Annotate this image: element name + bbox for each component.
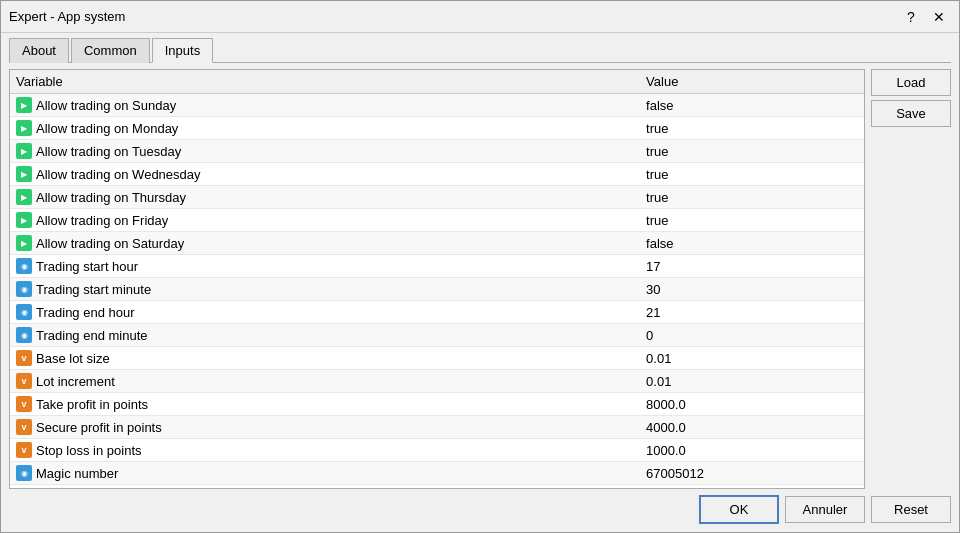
value-cell: true — [640, 117, 864, 140]
bool-icon — [16, 120, 32, 136]
variable-cell: Base lot size — [10, 347, 640, 370]
variable-cell: Allow trading on Wednesday — [10, 163, 640, 186]
variables-table-container: Variable Value Allow trading on Sundayfa… — [9, 69, 865, 489]
table-row[interactable]: Lot increment0.01 — [10, 370, 864, 393]
save-button[interactable]: Save — [871, 100, 951, 127]
value-cell: 67005012 — [640, 462, 864, 485]
float-icon — [16, 350, 32, 366]
tab-common[interactable]: Common — [71, 38, 150, 63]
variable-cell: Allow trading on Tuesday — [10, 140, 640, 163]
value-cell: 1000.0 — [640, 439, 864, 462]
variable-name: Allow trading on Tuesday — [36, 144, 181, 159]
variable-name: Allow trading on Wednesday — [36, 167, 201, 182]
table-row[interactable]: Take profit in points8000.0 — [10, 393, 864, 416]
float-icon — [16, 373, 32, 389]
table-row[interactable]: Allow trading on Fridaytrue — [10, 209, 864, 232]
col-variable-header: Variable — [10, 70, 640, 94]
int-icon — [16, 465, 32, 481]
variable-name: Lot increment — [36, 374, 115, 389]
variable-cell: Trading end hour — [10, 301, 640, 324]
table-row[interactable]: Secure profit in points4000.0 — [10, 416, 864, 439]
int-icon — [16, 281, 32, 297]
variable-cell: Magic number — [10, 462, 640, 485]
variable-cell: Allow trading on Monday — [10, 117, 640, 140]
table-row[interactable]: Stop loss in points1000.0 — [10, 439, 864, 462]
float-icon — [16, 396, 32, 412]
value-cell: 0.01 — [640, 370, 864, 393]
table-header-row: Variable Value — [10, 70, 864, 94]
value-cell: 4000.0 — [640, 416, 864, 439]
bool-icon — [16, 189, 32, 205]
float-icon — [16, 442, 32, 458]
variable-name: Allow trading on Friday — [36, 213, 168, 228]
bool-icon — [16, 235, 32, 251]
int-icon — [16, 327, 32, 343]
table-row[interactable]: Allow trading on Tuesdaytrue — [10, 140, 864, 163]
title-bar: Expert - App system ? ✕ — [1, 1, 959, 33]
variable-cell: Trading start hour — [10, 255, 640, 278]
table-row[interactable]: Base lot size0.01 — [10, 347, 864, 370]
cancel-button[interactable]: Annuler — [785, 496, 865, 523]
int-icon — [16, 258, 32, 274]
value-cell: 0.01 — [640, 347, 864, 370]
variable-cell: Secure profit in points — [10, 416, 640, 439]
int-icon — [16, 304, 32, 320]
variable-cell: Allow trading on Thursday — [10, 186, 640, 209]
variable-name: Allow trading on Sunday — [36, 98, 176, 113]
variable-name: Take profit in points — [36, 397, 148, 412]
variable-name: Trading start hour — [36, 259, 138, 274]
tab-inputs[interactable]: Inputs — [152, 38, 213, 63]
close-button[interactable]: ✕ — [927, 5, 951, 29]
window-body: About Common Inputs Variable Value — [1, 33, 959, 532]
value-cell: false — [640, 232, 864, 255]
variable-name: Stop loss in points — [36, 443, 142, 458]
table-row[interactable]: Allow trading on Mondaytrue — [10, 117, 864, 140]
value-cell: 8000.0 — [640, 393, 864, 416]
table-row[interactable]: Allow trading on Saturdayfalse — [10, 232, 864, 255]
variable-name: Trading end minute — [36, 328, 148, 343]
variable-name: Allow trading on Saturday — [36, 236, 184, 251]
variable-cell: Take profit in points — [10, 393, 640, 416]
table-row[interactable]: Trading end hour21 — [10, 301, 864, 324]
variables-table: Variable Value Allow trading on Sundayfa… — [10, 70, 864, 485]
variable-name: Allow trading on Thursday — [36, 190, 186, 205]
value-cell: true — [640, 186, 864, 209]
bool-icon — [16, 143, 32, 159]
side-buttons: Load Save — [871, 69, 951, 489]
value-cell: 21 — [640, 301, 864, 324]
value-cell: 30 — [640, 278, 864, 301]
variable-name: Secure profit in points — [36, 420, 162, 435]
variable-name: Base lot size — [36, 351, 110, 366]
table-row[interactable]: Trading end minute0 — [10, 324, 864, 347]
value-cell: 0 — [640, 324, 864, 347]
variable-name: Trading end hour — [36, 305, 135, 320]
bool-icon — [16, 166, 32, 182]
variable-cell: Lot increment — [10, 370, 640, 393]
variable-name: Allow trading on Monday — [36, 121, 178, 136]
col-value-header: Value — [640, 70, 864, 94]
variable-name: Magic number — [36, 466, 118, 481]
help-button[interactable]: ? — [899, 5, 923, 29]
tab-bar: About Common Inputs — [9, 37, 951, 63]
value-cell: true — [640, 163, 864, 186]
load-button[interactable]: Load — [871, 69, 951, 96]
table-row[interactable]: Magic number67005012 — [10, 462, 864, 485]
content-area: Variable Value Allow trading on Sundayfa… — [9, 69, 951, 489]
bottom-bar: OK Annuler Reset — [9, 489, 951, 524]
table-row[interactable]: Trading start minute30 — [10, 278, 864, 301]
table-row[interactable]: Allow trading on Wednesdaytrue — [10, 163, 864, 186]
title-bar-controls: ? ✕ — [899, 5, 951, 29]
value-cell: true — [640, 209, 864, 232]
variable-cell: Allow trading on Sunday — [10, 94, 640, 117]
value-cell: true — [640, 140, 864, 163]
table-row[interactable]: Trading start hour17 — [10, 255, 864, 278]
table-row[interactable]: Allow trading on Sundayfalse — [10, 94, 864, 117]
bool-icon — [16, 97, 32, 113]
tab-about[interactable]: About — [9, 38, 69, 63]
main-window: Expert - App system ? ✕ About Common Inp… — [0, 0, 960, 533]
value-cell: 17 — [640, 255, 864, 278]
ok-button[interactable]: OK — [699, 495, 779, 524]
table-row[interactable]: Allow trading on Thursdaytrue — [10, 186, 864, 209]
variable-name: Trading start minute — [36, 282, 151, 297]
reset-button[interactable]: Reset — [871, 496, 951, 523]
